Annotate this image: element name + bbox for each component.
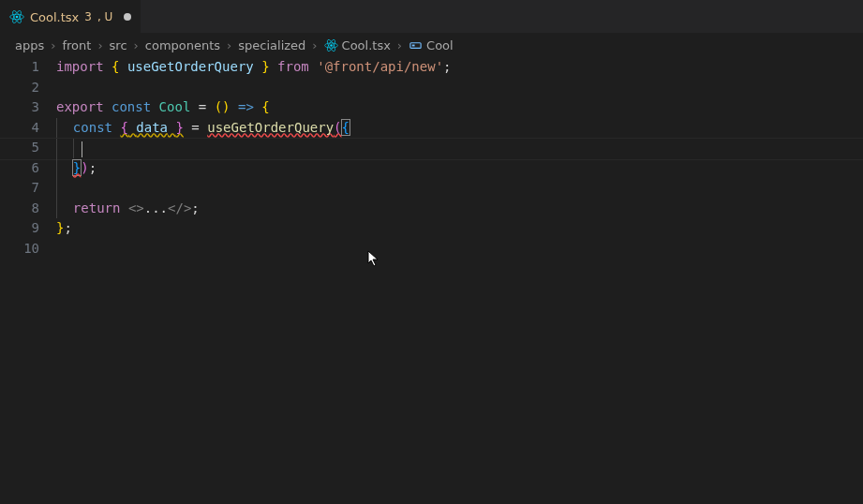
line-number: 5	[0, 138, 39, 158]
code-line[interactable]: });	[56, 158, 863, 179]
code-editor[interactable]: 1 2 3 4 5 6 7 8 9 10 import { useGetOrde…	[0, 57, 863, 259]
breadcrumb-separator: ›	[134, 38, 139, 52]
tab-git-status: , U	[97, 10, 112, 23]
breadcrumb-separator: ›	[397, 38, 402, 52]
code-line[interactable]: return <>...</>;	[56, 199, 863, 219]
line-number: 7	[0, 178, 39, 199]
code-line[interactable]: const { data } = useGetOrderQuery({	[56, 118, 863, 139]
code-line[interactable]	[56, 78, 863, 98]
breadcrumb-separator: ›	[312, 38, 317, 52]
code-line[interactable]: };	[56, 218, 863, 239]
svg-rect-8	[410, 43, 421, 49]
text-cursor	[82, 141, 82, 157]
breadcrumb-item[interactable]: specialized	[238, 38, 305, 52]
svg-point-0	[16, 16, 19, 19]
breadcrumbs[interactable]: apps › front › src › components › specia…	[0, 33, 863, 57]
line-number: 9	[0, 218, 39, 239]
line-number-gutter: 1 2 3 4 5 6 7 8 9 10	[0, 57, 56, 259]
line-number: 3	[0, 97, 39, 118]
code-line[interactable]	[56, 138, 863, 158]
code-area[interactable]: import { useGetOrderQuery } from '@front…	[56, 57, 863, 259]
code-line[interactable]: import { useGetOrderQuery } from '@front…	[56, 57, 863, 78]
code-line[interactable]	[56, 239, 863, 259]
breadcrumb-item[interactable]: components	[145, 38, 220, 52]
breadcrumb-separator: ›	[97, 38, 102, 52]
breadcrumb-item[interactable]: apps	[15, 38, 44, 52]
line-number: 4	[0, 118, 39, 139]
variable-symbol-icon	[409, 37, 423, 52]
code-line[interactable]	[56, 178, 863, 199]
tab-dirty-indicator[interactable]	[124, 13, 131, 21]
breadcrumb-item[interactable]: src	[110, 38, 127, 52]
breadcrumb-separator: ›	[51, 38, 55, 52]
breadcrumb-item[interactable]: Cool.tsx	[342, 38, 391, 52]
react-icon	[324, 37, 338, 52]
tab-error-count: 3	[84, 10, 92, 23]
react-icon	[9, 9, 24, 24]
line-number: 8	[0, 199, 39, 219]
svg-rect-9	[412, 45, 415, 47]
breadcrumb-symbol[interactable]: Cool	[426, 38, 454, 52]
code-line[interactable]: export const Cool = () => {	[56, 97, 863, 118]
svg-point-4	[330, 44, 333, 47]
tab-filename: Cool.tsx	[30, 10, 79, 24]
breadcrumb-separator: ›	[227, 38, 231, 52]
breadcrumb-item[interactable]: front	[62, 38, 91, 52]
tab-bar: Cool.tsx 3 , U	[0, 0, 863, 33]
line-number: 1	[0, 57, 39, 78]
line-number: 6	[0, 158, 39, 179]
line-number: 2	[0, 78, 39, 98]
line-number: 10	[0, 239, 39, 259]
file-tab[interactable]: Cool.tsx 3 , U	[0, 0, 141, 33]
